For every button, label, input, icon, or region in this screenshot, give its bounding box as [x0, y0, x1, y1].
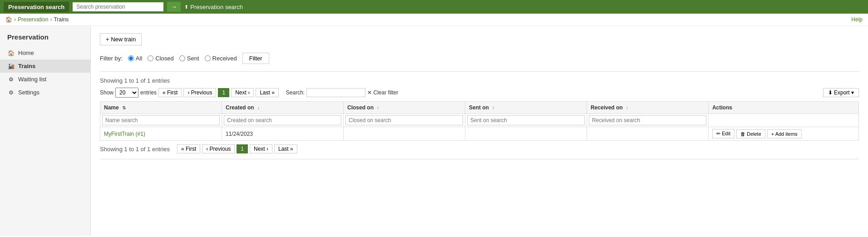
table-row: MyFirstTrain (#1) 11/24/2023 ✏ Edit 🗑 De… — [100, 127, 859, 141]
filter-received-radio[interactable] — [205, 55, 211, 61]
search-cell-received-on — [587, 114, 708, 127]
name-search-input[interactable] — [102, 115, 220, 125]
created-on-search-input[interactable] — [224, 115, 341, 125]
sidebar-item-waiting-list[interactable]: ⚙ Waiting list — [0, 73, 90, 86]
cell-sent-on-0 — [465, 127, 587, 141]
col-closed-on[interactable]: Closed on ↑ — [343, 102, 465, 114]
sidebar-item-trains-label: Trains — [18, 63, 35, 69]
settings-icon: ⚙ — [7, 89, 15, 96]
breadcrumb-trains: Trains — [54, 16, 69, 23]
entries-label: entries — [140, 89, 157, 96]
col-created-on[interactable]: Created on ↓ — [222, 102, 343, 114]
col-actions: Actions — [708, 102, 858, 114]
filter-button[interactable]: Filter — [242, 53, 269, 64]
export-button[interactable]: ⬇ Export ▾ — [823, 88, 859, 97]
search-cell-sent-on — [465, 114, 587, 127]
new-train-button[interactable]: + New train — [100, 33, 142, 45]
filter-all[interactable]: All — [128, 55, 142, 62]
filter-received[interactable]: Received — [205, 55, 237, 62]
cell-actions-0: ✏ Edit 🗑 Delete + Add items — [708, 127, 858, 141]
sent-on-search-input[interactable] — [467, 115, 585, 125]
col-received-on-sort: ↑ — [626, 105, 628, 110]
cell-closed-on-0 — [343, 127, 465, 141]
filter-closed-label: Closed — [155, 55, 173, 62]
col-closed-on-label: Closed on — [347, 104, 374, 111]
breadcrumb: 🏠 › Preservation › Trains Help — [0, 14, 868, 26]
pagination-top: Show 10 20 50 100 entries « First ‹ Prev… — [100, 88, 859, 98]
edit-button-0[interactable]: ✏ Edit — [712, 129, 735, 138]
table-header-row: Name ⇅ Created on ↓ Closed on ↑ Sent on … — [100, 102, 859, 114]
trains-icon: 🚂 — [7, 63, 15, 69]
col-sent-on-label: Sent on — [469, 104, 489, 111]
first-page-button[interactable]: « First — [158, 88, 182, 97]
waiting-list-icon: ⚙ — [7, 76, 15, 83]
next-page-button[interactable]: Next › — [231, 88, 254, 97]
divider-bottom — [100, 159, 859, 159]
search-cell-created-on — [222, 114, 343, 127]
last-page-button[interactable]: Last » — [256, 88, 279, 97]
sidebar-item-trains[interactable]: 🚂 Trains — [0, 59, 90, 73]
search-cell-actions — [708, 114, 858, 127]
search-label: Search: — [286, 89, 305, 96]
col-created-on-label: Created on — [226, 104, 254, 111]
col-received-on-label: Received on — [591, 104, 623, 111]
bottom-current-page[interactable]: 1 — [237, 144, 248, 153]
received-on-search-input[interactable] — [589, 115, 706, 125]
sep1: › — [14, 16, 16, 23]
bottom-prev-button[interactable]: ‹ Previous — [202, 144, 235, 153]
add-items-button-0[interactable]: + Add items — [767, 129, 802, 138]
filter-sent[interactable]: Sent — [179, 55, 199, 62]
col-created-on-sort: ↓ — [257, 105, 260, 110]
filter-closed[interactable]: Closed — [148, 55, 173, 62]
col-received-on[interactable]: Received on ↑ — [587, 102, 708, 114]
bottom-next-button[interactable]: Next › — [250, 144, 272, 153]
main-layout: Preservation 🏠 Home 🚂 Trains ⚙ Waiting l… — [0, 26, 868, 236]
topbar: Preservation search → Preservation searc… — [0, 0, 868, 14]
col-actions-label: Actions — [712, 104, 732, 111]
bottom-first-button[interactable]: « First — [177, 144, 200, 153]
bottom-bar: Showing 1 to 1 of 1 entries « First ‹ Pr… — [100, 144, 859, 153]
search-input[interactable] — [73, 2, 163, 11]
showing-text-top: Showing 1 to 1 of 1 entries — [100, 77, 859, 84]
filter-bar: Filter by: All Closed Sent Received Filt… — [100, 53, 859, 64]
prev-page-button[interactable]: ‹ Previous — [183, 88, 216, 97]
filter-all-radio[interactable] — [128, 55, 134, 61]
cell-received-on-0 — [587, 127, 708, 141]
data-table: Name ⇅ Created on ↓ Closed on ↑ Sent on … — [100, 101, 859, 141]
col-closed-on-sort: ↑ — [377, 105, 379, 110]
closed-on-search-input[interactable] — [345, 115, 463, 125]
brand-label[interactable]: Preservation search — [4, 2, 69, 12]
sep2: › — [50, 16, 52, 23]
bottom-last-button[interactable]: Last » — [274, 144, 297, 153]
cell-created-on-0: 11/24/2023 — [222, 127, 343, 141]
col-name-sort: ⇅ — [122, 105, 126, 110]
cell-name-0: MyFirstTrain (#1) — [100, 127, 222, 141]
table-search-row — [100, 114, 859, 127]
filter-all-label: All — [136, 55, 142, 62]
search-cell-name — [100, 114, 222, 127]
search-cell-closed-on — [343, 114, 465, 127]
clear-filter-button[interactable]: ✕ Clear filter — [367, 89, 398, 96]
sidebar: Preservation 🏠 Home 🚂 Trains ⚙ Waiting l… — [0, 26, 91, 236]
sidebar-item-settings[interactable]: ⚙ Settings — [0, 86, 90, 99]
sidebar-item-home-label: Home — [18, 49, 34, 56]
sidebar-item-home[interactable]: 🏠 Home — [0, 46, 90, 59]
preservation-search-link[interactable]: Preservation search — [184, 4, 243, 10]
action-cell-0: ✏ Edit 🗑 Delete + Add items — [712, 129, 855, 138]
filter-sent-label: Sent — [187, 55, 199, 62]
delete-button-0[interactable]: 🗑 Delete — [736, 129, 765, 138]
help-link[interactable]: Help — [851, 16, 863, 23]
breadcrumb-preservation[interactable]: Preservation — [18, 16, 48, 23]
table-body: MyFirstTrain (#1) 11/24/2023 ✏ Edit 🗑 De… — [100, 127, 859, 141]
filter-sent-radio[interactable] — [179, 55, 185, 61]
content-area: + New train Filter by: All Closed Sent R… — [91, 26, 868, 236]
col-name[interactable]: Name ⇅ — [100, 102, 222, 114]
current-page-button[interactable]: 1 — [218, 88, 229, 97]
col-sent-on[interactable]: Sent on ↑ — [465, 102, 587, 114]
filter-closed-radio[interactable] — [148, 55, 153, 61]
search-go-button[interactable]: → — [167, 2, 181, 12]
show-entries-select[interactable]: 10 20 50 100 — [115, 88, 138, 98]
home-icon[interactable]: 🏠 — [5, 16, 12, 23]
train-link-0[interactable]: MyFirstTrain (#1) — [104, 131, 145, 137]
table-search-input[interactable] — [306, 88, 365, 97]
